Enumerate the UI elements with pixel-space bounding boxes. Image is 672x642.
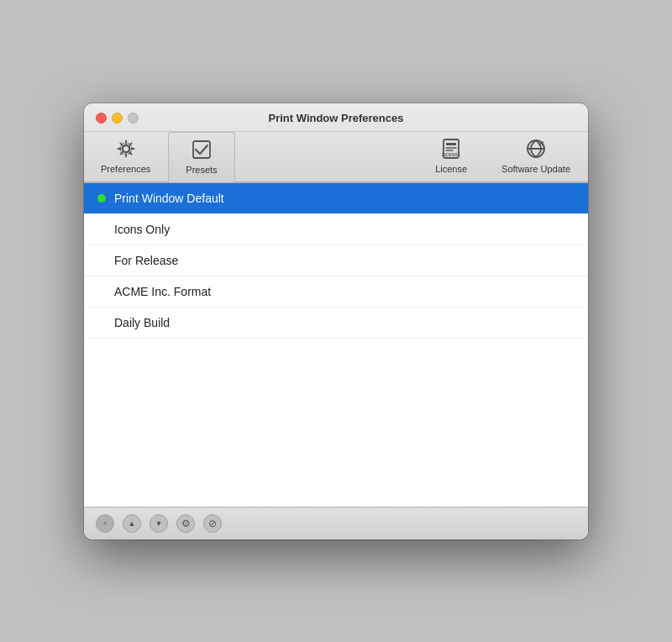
dot-placeholder xyxy=(97,287,106,296)
list-item-label: ACME Inc. Format xyxy=(114,285,211,298)
tab-presets[interactable]: Presets xyxy=(168,132,234,182)
toolbar-spacer xyxy=(235,132,419,182)
move-down-button[interactable]: ▼ xyxy=(150,514,168,533)
circle-button[interactable]: ● xyxy=(96,514,114,533)
delete-button[interactable]: ⊘ xyxy=(203,514,222,533)
maximize-button[interactable] xyxy=(128,113,139,124)
tab-preferences[interactable]: Preferences xyxy=(84,132,168,182)
preferences-label: Preferences xyxy=(101,164,150,174)
dot-placeholder xyxy=(97,225,106,234)
list-item[interactable]: ACME Inc. Format xyxy=(84,276,588,308)
traffic-lights xyxy=(96,113,139,124)
software-update-label: Software Update xyxy=(501,164,570,174)
up-arrow-icon: ▲ xyxy=(129,519,136,528)
presets-label: Presets xyxy=(186,165,217,175)
dot-placeholder xyxy=(97,256,106,265)
list-item[interactable]: Daily Build xyxy=(84,308,588,339)
bottombar: ● ▲ ▼ ⚙ ⊘ xyxy=(84,507,588,539)
gear-icon: ⚙ xyxy=(181,518,191,529)
titlebar: Print Window Preferences Preferences xyxy=(84,103,588,182)
circle-icon: ● xyxy=(103,519,108,527)
down-arrow-icon: ▼ xyxy=(155,519,163,528)
tab-license[interactable]: LICENSE License xyxy=(418,132,485,182)
svg-rect-5 xyxy=(446,143,456,145)
list-item-label: Print Window Default xyxy=(114,192,224,205)
dot-placeholder xyxy=(97,318,106,327)
list-item[interactable]: Print Window Default xyxy=(84,183,588,214)
list-item[interactable]: For Release xyxy=(84,245,588,276)
minimize-button[interactable] xyxy=(112,113,123,124)
tab-software-update[interactable]: Software Update xyxy=(485,132,588,182)
presets-icon xyxy=(190,138,213,161)
svg-text:LICENSE: LICENSE xyxy=(442,152,460,157)
license-label: License xyxy=(435,164,467,174)
presets-list: Print Window Default Icons Only For Rele… xyxy=(84,182,588,507)
no-entry-icon: ⊘ xyxy=(208,518,217,529)
software-update-icon xyxy=(524,137,548,160)
settings-button[interactable]: ⚙ xyxy=(176,514,195,533)
list-item-label: Icons Only xyxy=(114,223,170,236)
list-item-label: For Release xyxy=(114,254,178,267)
preferences-icon xyxy=(114,137,138,160)
list-item-label: Daily Build xyxy=(114,316,170,329)
main-window: Print Window Preferences Preferences xyxy=(84,103,588,539)
active-dot xyxy=(97,194,106,203)
svg-point-2 xyxy=(123,145,129,152)
close-button[interactable] xyxy=(96,113,107,124)
list-item[interactable]: Icons Only xyxy=(84,214,588,245)
titlebar-top: Print Window Preferences xyxy=(84,112,588,131)
license-icon: LICENSE xyxy=(439,137,463,160)
move-up-button[interactable]: ▲ xyxy=(123,514,141,533)
list-empty-space xyxy=(84,339,588,507)
window-title: Print Window Preferences xyxy=(96,112,576,124)
toolbar: Preferences Presets LICENSE xyxy=(84,131,588,182)
